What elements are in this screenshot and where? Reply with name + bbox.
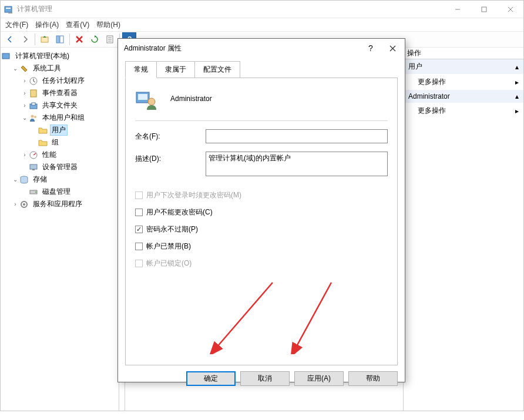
dialog-title: Administrator 属性 — [124, 43, 361, 53]
perf-icon — [29, 150, 38, 160]
app-icon — [4, 5, 14, 14]
checkbox-icon — [135, 191, 143, 199]
description-input[interactable] — [206, 152, 388, 176]
svg-rect-23 — [30, 164, 37, 169]
ok-button[interactable]: 确定 — [186, 371, 236, 386]
checkbox-icon — [135, 209, 143, 216]
dialog-buttons: 确定 取消 应用(A) 帮助 — [118, 365, 405, 393]
menu-file[interactable]: 文件(F) — [5, 20, 28, 30]
folder-icon — [38, 126, 48, 135]
tree-groups[interactable]: 组 — [30, 136, 117, 149]
annotation-arrow-1 — [208, 278, 278, 354]
disk-icon — [29, 187, 38, 197]
tree-task-scheduler[interactable]: › 任务计划程序 — [21, 75, 117, 87]
tree-users[interactable]: 用户 — [30, 124, 117, 136]
svg-rect-24 — [32, 169, 35, 170]
actions-header: 操作 — [404, 48, 523, 59]
tree-services-apps[interactable]: › 服务和应用程序 — [11, 198, 117, 210]
checkbox-never-expire[interactable]: 密码永不过期(P) — [135, 224, 388, 234]
dialog-help-button[interactable]: ? — [361, 39, 380, 58]
collapse-icon[interactable]: ⌄ — [21, 114, 29, 122]
svg-rect-0 — [5, 6, 12, 12]
tree-performance[interactable]: › 性能 — [21, 149, 117, 161]
actions-group-users[interactable]: 用户 ▴ — [404, 59, 523, 74]
checkbox-icon — [135, 226, 143, 233]
tree-root[interactable]: 计算机管理(本地) — [2, 50, 117, 62]
menu-help[interactable]: 帮助(H) — [96, 20, 120, 30]
svg-rect-33 — [138, 94, 147, 100]
minimize-button[interactable] — [444, 1, 471, 18]
collapse-icon: ▴ — [515, 92, 519, 100]
close-button[interactable] — [497, 1, 523, 18]
apply-button[interactable]: 应用(A) — [294, 371, 344, 386]
svg-rect-7 — [41, 37, 48, 42]
svg-point-29 — [23, 203, 25, 206]
titlebar: 计算机管理 — [1, 1, 523, 18]
svg-point-27 — [35, 191, 36, 193]
description-label: 描述(D): — [135, 152, 206, 164]
tree-local-users-groups[interactable]: ⌄ 本地用户和组 — [21, 112, 117, 124]
collapse-icon: ▴ — [515, 63, 519, 71]
event-icon — [29, 89, 38, 98]
tree-system-tools[interactable]: ⌄ 系统工具 — [11, 62, 117, 75]
username-label: Administrator — [170, 95, 212, 103]
maximize-button[interactable] — [471, 1, 497, 18]
svg-line-35 — [217, 283, 273, 347]
help-button[interactable]: 帮助 — [348, 371, 398, 386]
tree-device-manager[interactable]: 设备管理器 — [21, 161, 117, 173]
svg-line-36 — [296, 283, 331, 347]
actions-more-admin[interactable]: 更多操作 ▸ — [404, 103, 523, 119]
checkbox-icon — [135, 243, 143, 250]
expand-icon[interactable]: › — [21, 151, 29, 159]
actions-more-users[interactable]: 更多操作 ▸ — [404, 74, 523, 90]
menubar: 文件(F) 操作(A) 查看(V) 帮助(H) — [1, 18, 523, 31]
delete-button[interactable] — [72, 32, 86, 46]
storage-icon — [19, 175, 29, 184]
back-button[interactable] — [3, 32, 17, 46]
svg-rect-17 — [31, 90, 36, 97]
tab-profile[interactable]: 配置文件 — [195, 61, 240, 78]
tab-memberof[interactable]: 隶属于 — [157, 61, 195, 78]
checkbox-cannot-change[interactable]: 用户不能更改密码(C) — [135, 207, 388, 217]
tabstrip: 常规 隶属于 配置文件 — [125, 61, 398, 78]
checkbox-disabled[interactable]: 帐户已禁用(B) — [135, 241, 388, 251]
services-icon — [19, 200, 29, 209]
svg-point-21 — [34, 116, 36, 118]
actions-panel: 操作 用户 ▴ 更多操作 ▸ Administrator ▴ 更多操作 ▸ — [404, 48, 523, 411]
cancel-button[interactable]: 取消 — [240, 371, 290, 386]
clock-icon — [29, 76, 38, 86]
tree-storage[interactable]: ⌄ 存储 — [11, 173, 117, 186]
tab-general[interactable]: 常规 — [125, 61, 157, 78]
menu-view[interactable]: 查看(V) — [66, 20, 89, 30]
tree-event-viewer[interactable]: › 事件查看器 — [21, 87, 117, 99]
collapse-icon[interactable]: ⌄ — [11, 65, 19, 73]
expand-icon[interactable]: › — [11, 200, 19, 209]
collapse-icon[interactable]: ⌄ — [11, 176, 19, 184]
actions-group-admin[interactable]: Administrator ▴ — [404, 90, 523, 103]
window-title: 计算机管理 — [17, 4, 444, 14]
forward-button[interactable] — [18, 32, 32, 46]
svg-rect-4 — [482, 7, 486, 12]
fullname-input[interactable] — [206, 129, 388, 143]
properties-button[interactable] — [103, 32, 117, 46]
expand-icon[interactable]: › — [21, 89, 29, 98]
tree-disk-management[interactable]: 磁盘管理 — [21, 186, 117, 198]
expand-icon[interactable]: › — [21, 102, 29, 110]
expand-icon[interactable]: › — [21, 77, 29, 85]
properties-dialog: Administrator 属性 ? 常规 隶属于 配置文件 Administr… — [117, 38, 405, 382]
checkbox-must-change: 用户下次登录时须更改密码(M) — [135, 190, 388, 200]
dialog-close-button[interactable] — [380, 39, 405, 58]
menu-action[interactable]: 操作(A) — [35, 20, 59, 30]
refresh-button[interactable] — [88, 32, 102, 46]
show-hide-tree-button[interactable] — [53, 32, 67, 46]
tree-shared-folders[interactable]: › 共享文件夹 — [21, 99, 117, 112]
svg-rect-19 — [32, 103, 35, 105]
checkbox-locked: 帐户已锁定(O) — [135, 258, 388, 268]
chevron-right-icon: ▸ — [515, 78, 519, 86]
up-button[interactable] — [38, 32, 52, 46]
svg-rect-8 — [56, 36, 59, 43]
user-icon — [135, 88, 157, 110]
folder-icon — [38, 138, 48, 147]
svg-rect-2 — [8, 12, 12, 14]
annotation-arrow-2 — [287, 278, 346, 354]
